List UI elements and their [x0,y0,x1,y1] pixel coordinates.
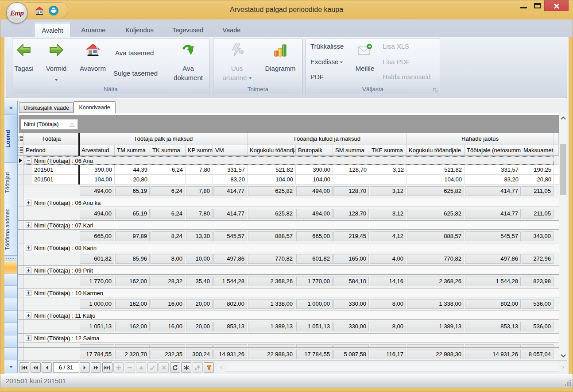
data-cell[interactable]: 7,80 [186,165,213,174]
sidebar-item[interactable] [4,311,17,323]
scroll-left-icon[interactable]: ‹ [217,362,225,372]
nav-locate-button[interactable] [193,362,203,373]
group-row[interactable]: Nimi (Töötaja) : 11 Kalju [18,311,559,320]
group-by-column-button[interactable]: Nimi (Töötaja) [21,119,78,130]
halda-manuseid-button[interactable]: Halda manuseid [383,71,430,83]
expand-group-icon[interactable] [26,245,31,250]
nav-post-button[interactable] [147,362,158,373]
band-header-3[interactable]: Rahade jaotus [407,133,554,145]
data-cell[interactable] [186,175,213,184]
expand-group-icon[interactable] [26,312,31,318]
close-button[interactable] [544,0,569,11]
data-row[interactable]: 201501104,0020,8083,20104,00104,00104,00… [18,175,559,184]
data-cell[interactable] [150,175,186,184]
group-row[interactable]: Nimi (Töötaja) : 12 Saima [18,333,559,342]
data-cell[interactable]: 20,80 [115,175,150,184]
nav-filter-funnel-button[interactable] [204,362,214,373]
sidebar-item[interactable] [4,286,17,298]
expand-group-icon[interactable] [26,267,31,273]
lisa-pdf-button[interactable]: Lisa PDF [383,56,410,68]
nav-cancel-button[interactable] [159,362,169,373]
data-cell[interactable]: 390,00 [79,165,115,174]
group-row[interactable]: Nimi (Töötaja) : 10 Karmen [18,288,559,297]
column-header-kogukulu-t-andja[interactable]: Kogukulu tööandja [248,145,296,156]
column-header-kogukulu-t-andjale[interactable]: Kogukulu tööandjale [407,145,465,156]
column-header-tm-summa[interactable]: TM summa [115,145,150,156]
tab-uksikasjalik-vaade[interactable]: Üksikasjalik vaade [19,102,74,113]
avavorm-button[interactable]: Avavorm [73,40,112,85]
data-cell[interactable]: 390,00 [296,165,333,174]
data-cell[interactable]: 128,70 [333,165,369,174]
group-row[interactable]: Nimi (Töötaja) : 09 Priit [18,265,559,275]
ribbon-tab-vaade[interactable]: Vaade [216,23,248,37]
scroll-right-icon[interactable]: › [559,362,567,372]
tab-koondvaade[interactable]: Koondvaade [74,101,116,113]
column-header-sm-summa[interactable]: SM summa [333,145,369,156]
data-cell[interactable]: 104,00 [296,175,333,184]
data-cell[interactable] [333,175,369,184]
data-cell[interactable]: 104,00 [248,175,296,184]
sidebar-item[interactable] [4,299,17,311]
ava-tasemed-button[interactable]: Ava tasemed [115,47,154,59]
column-header-vm[interactable]: VM [213,145,248,156]
expand-group-icon[interactable] [26,200,31,205]
nav-edit-button[interactable] [136,362,146,373]
band-header-2[interactable]: Tööandja kulud ja maksud [248,133,407,145]
nav-filter-button[interactable] [181,362,191,373]
group-by-panel[interactable]: Nimi (Töötaja) [19,115,559,133]
column-header-brutopalk[interactable]: Brutopalk [296,145,333,156]
vormid-button[interactable]: Vormid [41,40,72,85]
nav-last-button[interactable] [102,362,112,373]
data-cell[interactable]: 331,57 [465,165,521,174]
band-header-0[interactable]: Töötaja [23,133,79,145]
nav-next-button[interactable] [80,362,90,373]
group-row[interactable]: Nimi (Töötaja) : 06 Anu [18,156,559,165]
expand-group-icon[interactable] [26,290,31,296]
sidebar-splitter[interactable] [4,256,17,261]
minimize-button[interactable] [517,3,530,11]
data-cell[interactable]: 104,00 [407,175,465,184]
scroll-down-icon[interactable] [559,353,567,359]
sulge-tasemed-button[interactable]: Sulge tasemed [113,68,158,79]
meilile-button[interactable]: Meilile [351,40,379,85]
column-header-maksuamet[interactable]: Maksuamet [521,145,554,156]
ribbon-tab-küljendus[interactable]: Küljendus [118,23,161,37]
sidebar-item[interactable] [4,348,17,360]
column-header-tk-summa[interactable]: TK summa [150,145,186,156]
data-cell[interactable]: 44,39 [115,165,150,174]
excelisse-button[interactable]: Excelisse [310,56,343,68]
pdf-button[interactable]: PDF [310,71,324,83]
nav-prev-page-button[interactable] [31,362,41,373]
nav-prev-button[interactable] [42,362,52,373]
data-cell[interactable]: 3,12 [369,165,407,174]
band-header-1[interactable]: Töötaja palk ja maksud [79,133,248,145]
column-header-kp-summa[interactable]: KP summa [186,145,213,156]
expand-group-icon[interactable] [26,335,31,341]
horizontal-scrollbar-thumb[interactable] [225,363,559,372]
sidebar-scroll-down-button[interactable] [4,361,17,373]
data-cell[interactable]: 6,24 [150,165,186,174]
navbar-expand-button[interactable]: » [4,101,17,115]
sidebar-item[interactable] [4,336,17,348]
data-cell[interactable]: 20,80 [521,175,554,184]
home-icon[interactable] [35,6,44,15]
vertical-scrollbar-thumb[interactable] [560,144,566,195]
sidebar-item-hot[interactable] [4,261,17,273]
sidebar-tab-t-tajad[interactable]: Töötajad [4,163,17,202]
data-cell[interactable]: 104,00 [79,175,115,184]
print-icon[interactable] [49,6,58,15]
tagasi-button[interactable]: Tagasi [10,40,38,85]
data-cell[interactable]: 331,57 [213,165,248,174]
collapse-group-icon[interactable] [26,158,31,163]
group-row[interactable]: Nimi (Töötaja) : 06 Anu ka [18,198,559,207]
data-cell[interactable]: 190,25 [521,165,554,174]
expand-group-icon[interactable] [26,222,31,228]
ava-dokument-button[interactable]: Ava dokument [168,40,209,85]
sidebar-tab-loend[interactable]: Loend [4,115,17,163]
diagramm-button[interactable]: Diagramm [259,40,301,85]
scroll-up-icon[interactable] [559,115,567,121]
application-menu-button[interactable]: Emp [6,2,27,23]
sidebar-item[interactable] [4,274,17,286]
data-row[interactable]: 201501390,0044,396,247,80331,57521,82390… [18,165,559,175]
nav-append-button[interactable] [113,362,124,373]
